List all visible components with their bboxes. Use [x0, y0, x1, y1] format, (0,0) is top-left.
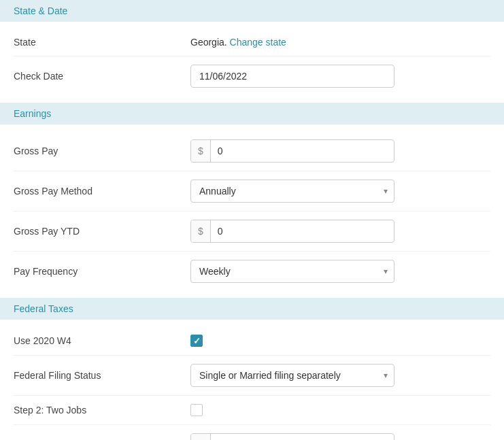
gross-pay-method-select[interactable]: Annually Monthly Semi-Monthly Bi-Weekly … — [190, 180, 394, 203]
step3-dependents-prefix: $ — [191, 434, 211, 440]
state-date-header: State & Date — [0, 0, 504, 22]
earnings-section: Earnings Gross Pay $ Gross Pay Method An… — [0, 103, 504, 298]
step2-two-jobs-control — [190, 404, 490, 416]
pay-frequency-row: Pay Frequency Weekly Bi-Weekly Semi-Mont… — [14, 252, 490, 291]
gross-pay-ytd-prefix: $ — [191, 220, 211, 242]
check-date-label: Check Date — [14, 71, 190, 82]
step2-two-jobs-row: Step 2: Two Jobs — [14, 396, 490, 425]
gross-pay-control: $ — [190, 139, 490, 163]
gross-pay-method-row: Gross Pay Method Annually Monthly Semi-M… — [14, 171, 490, 211]
step3-dependents-input[interactable] — [211, 434, 394, 440]
state-value-wrap: Georgia. Change state — [190, 37, 490, 48]
step2-two-jobs-label: Step 2: Two Jobs — [14, 405, 190, 416]
gross-pay-row: Gross Pay $ — [14, 131, 490, 171]
change-state-link[interactable]: Change state — [230, 37, 286, 48]
federal-filing-status-label: Federal Filing Status — [14, 370, 190, 381]
state-row: State Georgia. Change state — [14, 29, 490, 56]
state-date-section: State & Date State Georgia. Change state… — [0, 0, 504, 103]
federal-taxes-section: Federal Taxes Use 2020 W4 Federal Filing… — [0, 298, 504, 440]
step3-dependents-input-wrap: $ — [190, 433, 394, 440]
earnings-header: Earnings — [0, 103, 504, 124]
step2-two-jobs-checkbox[interactable] — [190, 404, 203, 416]
gross-pay-ytd-input-wrap: $ — [190, 220, 394, 243]
gross-pay-method-control: Annually Monthly Semi-Monthly Bi-Weekly … — [190, 180, 490, 203]
step3-dependents-control: $ — [190, 433, 490, 440]
state-value: Georgia. — [190, 37, 227, 48]
gross-pay-input[interactable] — [211, 140, 394, 162]
pay-frequency-label: Pay Frequency — [14, 266, 190, 277]
check-date-row: Check Date — [14, 56, 490, 96]
gross-pay-ytd-input[interactable] — [211, 220, 394, 242]
pay-frequency-select[interactable]: Weekly Bi-Weekly Semi-Monthly Monthly — [190, 260, 394, 283]
check-date-control — [190, 65, 490, 88]
gross-pay-label: Gross Pay — [14, 146, 190, 156]
gross-pay-ytd-label: Gross Pay YTD — [14, 226, 190, 237]
gross-pay-ytd-row: Gross Pay YTD $ — [14, 211, 490, 252]
use-2020-w4-row: Use 2020 W4 — [14, 326, 490, 356]
federal-filing-status-control: Single or Married filing separately Marr… — [190, 364, 490, 387]
gross-pay-method-select-wrap: Annually Monthly Semi-Monthly Bi-Weekly … — [190, 180, 394, 203]
use-2020-w4-label: Use 2020 W4 — [14, 335, 190, 346]
step3-dependents-row: Step 3: Dependents Amount $ — [14, 425, 490, 440]
state-label: State — [14, 37, 190, 48]
use-2020-w4-checkbox[interactable] — [190, 335, 203, 347]
pay-frequency-control: Weekly Bi-Weekly Semi-Monthly Monthly ▾ — [190, 260, 490, 283]
federal-filing-status-select[interactable]: Single or Married filing separately Marr… — [190, 364, 394, 387]
federal-filing-status-select-wrap: Single or Married filing separately Marr… — [190, 364, 394, 387]
check-date-input[interactable] — [190, 65, 394, 88]
gross-pay-input-wrap: $ — [190, 139, 394, 163]
gross-pay-prefix: $ — [191, 140, 211, 162]
use-2020-w4-control — [190, 335, 490, 347]
gross-pay-method-label: Gross Pay Method — [14, 186, 190, 197]
gross-pay-ytd-control: $ — [190, 220, 490, 243]
pay-frequency-select-wrap: Weekly Bi-Weekly Semi-Monthly Monthly ▾ — [190, 260, 394, 283]
federal-filing-status-row: Federal Filing Status Single or Married … — [14, 356, 490, 396]
federal-taxes-header: Federal Taxes — [0, 298, 504, 320]
